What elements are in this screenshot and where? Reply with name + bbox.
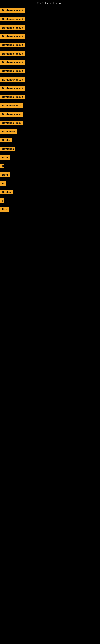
bottleneck-result-label[interactable]: Bottleneck result (0, 69, 25, 73)
bottleneck-result-label[interactable]: Bottleneck result (0, 25, 25, 30)
bottleneck-result-label[interactable]: Bottl (0, 172, 10, 177)
bottleneck-row: Bottleneck result (0, 58, 100, 66)
bottleneck-result-label[interactable]: Bottleneck (0, 129, 17, 134)
bottleneck-row: B (0, 162, 100, 170)
bottleneck-result-label[interactable]: Bottleneck result (0, 60, 25, 64)
bottleneck-row: Bottleneck result (0, 75, 100, 84)
bottleneck-result-label[interactable]: Bott (0, 207, 9, 212)
bottleneck-row: | (0, 196, 100, 205)
bottleneck-result-label[interactable]: Bottleneck result (0, 77, 25, 82)
bottleneck-result-label[interactable]: Bottleneck result (0, 43, 25, 47)
bottleneck-result-label[interactable]: Bottlen (0, 190, 13, 194)
bottleneck-row: Bottleneck resu (0, 110, 100, 118)
bottleneck-result-label[interactable]: Bo (0, 181, 6, 186)
bottleneck-row: Bottleneck resu (0, 101, 100, 110)
bottleneck-result-label[interactable]: Bottleneck result (0, 94, 25, 99)
bottleneck-row: Bott (0, 205, 100, 213)
bottleneck-row: Bottleneck result (0, 32, 100, 40)
bottleneck-row: Bottleneck (0, 127, 100, 136)
bottleneck-result-label[interactable]: Bottleneck resu (0, 103, 23, 108)
bottleneck-row: Bo (0, 179, 100, 187)
bottleneck-result-label[interactable]: | (0, 198, 3, 203)
bottleneck-result-label[interactable]: Bottlenec (0, 146, 15, 151)
bottleneck-result-label[interactable]: Bottleneck result (0, 8, 25, 13)
bottleneck-result-label[interactable]: Bottleneck result (0, 34, 25, 39)
bottleneck-result-label[interactable]: Bottleneck result (0, 17, 25, 21)
bottleneck-row: Bottlen (0, 187, 100, 196)
bottleneck-row: Bottleneck result (0, 6, 100, 14)
bottleneck-row: Bottl (0, 153, 100, 162)
bottleneck-row: Bottleneck result (0, 84, 100, 92)
bottleneck-row: Bottleneck result (0, 40, 100, 49)
bottleneck-result-label[interactable]: Bottl (0, 155, 10, 160)
bottleneck-row: Bottleneck result (0, 49, 100, 58)
bottleneck-row: Bottleneck result (0, 14, 100, 23)
bottleneck-row: Bottleneck result (0, 23, 100, 32)
bottleneck-row: Bottleneck result (0, 66, 100, 75)
bottleneck-result-label[interactable]: Bottler (0, 138, 12, 142)
site-title: TheBottlenecker.com (0, 0, 100, 6)
bottleneck-row: Bottleneck resu (0, 118, 100, 127)
bottleneck-row: Bottlenec (0, 144, 100, 153)
bottleneck-result-label[interactable]: Bottleneck resu (0, 112, 23, 116)
bottleneck-row: Bottleneck result (0, 92, 100, 101)
bottleneck-row: Bottl (0, 170, 100, 179)
bottleneck-result-label[interactable]: Bottleneck result (0, 51, 25, 56)
bottleneck-row: Bottler (0, 136, 100, 144)
bottleneck-result-label[interactable]: Bottleneck resu (0, 120, 23, 125)
bottleneck-result-label[interactable]: Bottleneck result (0, 86, 25, 90)
bottleneck-result-label[interactable]: B (0, 164, 4, 168)
